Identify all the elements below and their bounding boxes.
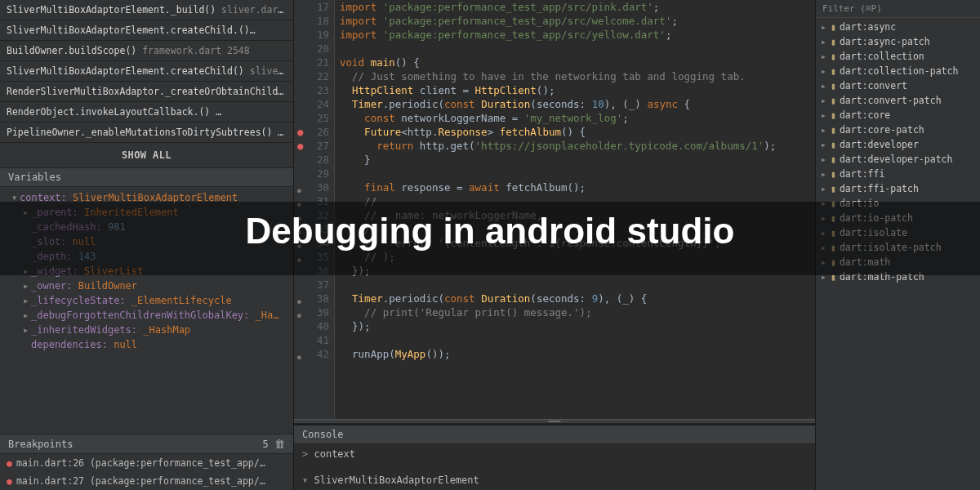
variables-title: Variables	[8, 172, 61, 183]
folder-icon: ▮	[831, 154, 836, 165]
stack-frame[interactable]: SliverMultiBoxAdaptorElement.createChild…	[0, 20, 293, 41]
variable-row[interactable]: ▸_owner: BuildOwner	[0, 278, 293, 293]
library-item[interactable]: ▸▮dart:collection	[816, 49, 980, 64]
folder-icon: ▮	[831, 109, 836, 121]
stack-frame[interactable]: PipelineOwner._enableMutationsToDirtySub…	[0, 122, 293, 143]
console-header: Console	[294, 425, 815, 444]
folder-icon: ▮	[831, 168, 836, 180]
stack-frame[interactable]: RenderSliverMultiBoxAdaptor._createOrObt…	[0, 82, 293, 102]
console-line	[302, 461, 807, 474]
console-wrap: Console > context ▾ SliverMultiBoxAdapto…	[294, 424, 815, 490]
library-item[interactable]: ▸▮dart:ffi-patch	[816, 181, 980, 196]
library-item[interactable]: ▸▮dart:developer-patch	[816, 152, 980, 167]
breakpoints-panel: main.dart:26 (package:performance_test_a…	[0, 454, 293, 490]
folder-icon: ▮	[831, 124, 836, 136]
libraries-filter[interactable]: Filter (⌘P)	[816, 0, 980, 18]
folder-icon: ▮	[831, 183, 836, 194]
show-all-button[interactable]: SHOW ALL	[0, 143, 293, 167]
stack-frame[interactable]: RenderObject.invokeLayoutCallback.() …	[0, 102, 293, 122]
library-item[interactable]: ▸▮dart:core-patch	[816, 122, 980, 137]
breakpoints-header: Breakpoints 5 🗑	[0, 434, 293, 454]
folder-icon: ▮	[831, 139, 836, 150]
variable-row[interactable]: ▸_debugForgottenChildrenWithGlobalKey: _…	[0, 308, 293, 323]
library-item[interactable]: ▸▮dart:async	[816, 20, 980, 34]
variable-row[interactable]: ▸_lifecycleState: _ElementLifecycle	[0, 293, 293, 308]
variable-row[interactable]: ▸_inheritedWidgets: _HashMap	[0, 323, 293, 337]
folder-icon: ▮	[831, 80, 836, 91]
folder-icon: ▮	[831, 95, 836, 106]
library-item[interactable]: ▸▮dart:convert-patch	[816, 93, 980, 108]
console-line: ▾ SliverMultiBoxAdaptorElement	[302, 474, 807, 487]
folder-icon: ▮	[831, 36, 836, 47]
folder-icon: ▮	[831, 65, 836, 77]
console-body[interactable]: > context ▾ SliverMultiBoxAdaptorElement	[294, 444, 815, 490]
folder-icon: ▮	[831, 51, 836, 62]
stack-frame[interactable]: SliverMultiBoxAdaptorElement.createChild…	[0, 61, 293, 82]
trash-icon[interactable]: 🗑	[274, 438, 285, 450]
console-line: > context	[302, 448, 807, 461]
variable-row[interactable]: dependencies: null	[0, 337, 293, 352]
overlay-title: Debugging in android studio	[0, 211, 980, 252]
library-item[interactable]: ▸▮dart:developer	[816, 137, 980, 152]
breakpoint-item[interactable]: main.dart:26 (package:performance_test_a…	[0, 454, 293, 472]
library-item[interactable]: ▸▮dart:ffi	[816, 167, 980, 181]
library-item[interactable]: ▸▮dart:collection-patch	[816, 64, 980, 78]
library-item[interactable]: ▸▮dart:async-patch	[816, 34, 980, 49]
variables-header: Variables	[0, 167, 293, 187]
stack-frame[interactable]: BuildOwner.buildScope() framework.dart 2…	[0, 41, 293, 61]
library-item[interactable]: ▸▮dart:convert	[816, 78, 980, 93]
stack-frame[interactable]: SliverMultiBoxAdaptorElement._build() sl…	[0, 0, 293, 20]
library-item[interactable]: ▸▮dart:core	[816, 108, 980, 122]
breakpoints-count: 5	[263, 439, 269, 450]
console-title: Console	[302, 429, 344, 440]
call-stack: SliverMultiBoxAdaptorElement._build() sl…	[0, 0, 293, 143]
folder-icon: ▮	[831, 21, 836, 33]
breakpoint-item[interactable]: main.dart:27 (package:performance_test_a…	[0, 472, 293, 490]
breakpoints-title: Breakpoints	[8, 439, 73, 450]
